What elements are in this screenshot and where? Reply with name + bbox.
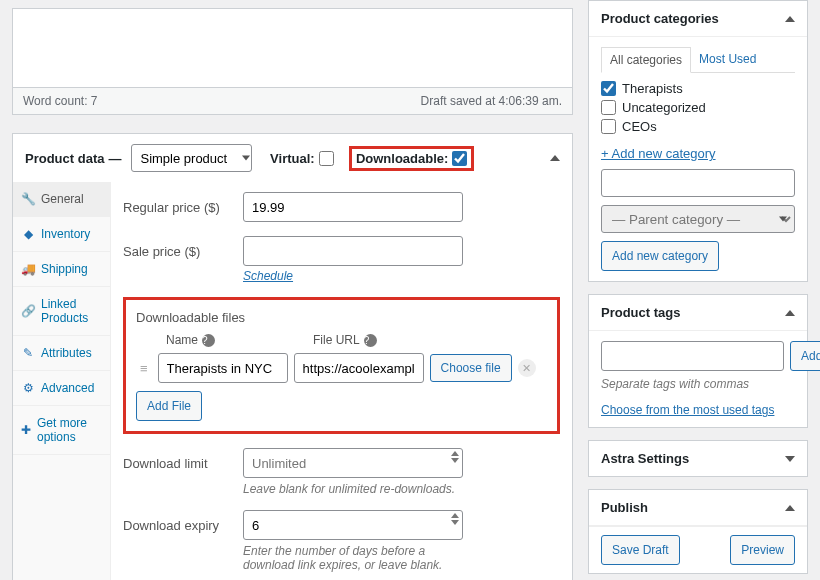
preview-button[interactable]: Preview	[730, 535, 795, 565]
downloadable-highlight: Downloadable:	[349, 146, 474, 171]
drag-handle-icon[interactable]: ≡	[136, 361, 152, 376]
astra-settings-box: Astra Settings	[588, 440, 808, 477]
download-limit-desc: Leave blank for unlimited re-downloads.	[123, 482, 463, 496]
download-expiry-input[interactable]	[243, 510, 463, 540]
downloadable-label: Downloadable:	[356, 151, 448, 166]
tab-all-categories[interactable]: All categories	[601, 47, 691, 73]
help-icon[interactable]: ?	[364, 334, 377, 347]
editor-footer: Word count: 7 Draft saved at 4:06:39 am.	[12, 88, 573, 115]
schedule-link[interactable]: Schedule	[243, 269, 293, 283]
tab-general[interactable]: 🔧 General	[13, 182, 110, 217]
product-type-select[interactable]: Simple product	[131, 144, 252, 172]
link-icon: 🔗	[21, 304, 35, 318]
choose-file-button[interactable]: Choose file	[430, 354, 512, 382]
gear-icon: ⚙	[21, 381, 35, 395]
add-new-category-link[interactable]: + Add new category	[601, 146, 716, 161]
category-list: Therapists Uncategorized CEOs	[601, 81, 795, 134]
publish-box: Publish Save Draft Preview	[588, 489, 808, 574]
product-tags-box: Product tags Add Separate tags with comm…	[588, 294, 808, 428]
categories-title: Product categories	[601, 11, 719, 26]
help-icon[interactable]: ?	[202, 334, 215, 347]
tags-separator-note: Separate tags with commas	[601, 377, 795, 391]
new-category-input[interactable]	[601, 169, 795, 197]
stepper-up-icon[interactable]	[451, 513, 459, 518]
wrench-icon: 🔧	[21, 192, 35, 206]
product-data-panel: Product data — Simple product Virtual:	[12, 133, 573, 580]
downloadable-files-section: Downloadable files Name ? File URL ? ≡ C…	[123, 297, 560, 434]
tab-inventory[interactable]: ◆ Inventory	[13, 217, 110, 252]
delete-row-icon[interactable]: ✕	[518, 359, 536, 377]
editor-content[interactable]	[12, 8, 573, 88]
diamond-icon: ◆	[21, 227, 35, 241]
product-data-header: Product data — Simple product Virtual:	[13, 134, 572, 182]
tags-title: Product tags	[601, 305, 680, 320]
plus-icon: ✚	[21, 423, 31, 437]
panel-toggle-icon[interactable]	[785, 505, 795, 511]
tab-attributes[interactable]: ✎ Attributes	[13, 336, 110, 371]
download-limit-input[interactable]	[243, 448, 463, 478]
virtual-checkbox[interactable]	[319, 151, 334, 166]
stepper-down-icon[interactable]	[451, 458, 459, 463]
product-data-dash: —	[108, 151, 121, 166]
add-file-button[interactable]: Add File	[136, 391, 202, 421]
sale-price-input[interactable]	[243, 236, 463, 266]
pencil-icon: ✎	[21, 346, 35, 360]
regular-price-label: Regular price ($)	[123, 200, 243, 215]
dlfiles-name-header: Name	[166, 333, 198, 347]
category-checkbox[interactable]	[601, 119, 616, 134]
parent-category-select[interactable]: — Parent category —	[601, 205, 795, 233]
save-draft-button[interactable]: Save Draft	[601, 535, 680, 565]
stepper-up-icon[interactable]	[451, 451, 459, 456]
product-data-title: Product data	[25, 151, 104, 166]
sale-price-label: Sale price ($)	[123, 244, 243, 259]
dlfile-name-input[interactable]	[158, 353, 288, 383]
draft-saved: Draft saved at 4:06:39 am.	[421, 94, 562, 108]
tab-advanced[interactable]: ⚙ Advanced	[13, 371, 110, 406]
truck-icon: 🚚	[21, 262, 35, 276]
dlfile-row: ≡ Choose file ✕	[136, 353, 547, 383]
tab-linked-products[interactable]: 🔗 Linked Products	[13, 287, 110, 336]
panel-toggle-icon[interactable]	[785, 456, 795, 462]
tab-get-more[interactable]: ✚ Get more options	[13, 406, 110, 455]
dlfiles-title: Downloadable files	[136, 310, 547, 325]
panel-toggle-icon[interactable]	[550, 155, 560, 161]
most-used-tags-link[interactable]: Choose from the most used tags	[601, 403, 774, 417]
tag-input[interactable]	[601, 341, 784, 371]
regular-price-input[interactable]	[243, 192, 463, 222]
dlfiles-url-header: File URL	[313, 333, 360, 347]
panel-toggle-icon[interactable]	[785, 16, 795, 22]
stepper-down-icon[interactable]	[451, 520, 459, 525]
virtual-label: Virtual:	[270, 151, 315, 166]
dlfile-url-input[interactable]	[294, 353, 424, 383]
add-new-category-button[interactable]: Add new category	[601, 241, 719, 271]
publish-title: Publish	[601, 500, 648, 515]
panel-toggle-icon[interactable]	[785, 310, 795, 316]
product-categories-box: Product categories All categories Most U…	[588, 0, 808, 282]
tab-most-used[interactable]: Most Used	[691, 47, 764, 72]
download-expiry-label: Download expiry	[123, 518, 243, 533]
category-checkbox[interactable]	[601, 100, 616, 115]
category-checkbox[interactable]	[601, 81, 616, 96]
download-expiry-desc: Enter the number of days before a downlo…	[123, 544, 463, 572]
tab-shipping[interactable]: 🚚 Shipping	[13, 252, 110, 287]
download-limit-label: Download limit	[123, 456, 243, 471]
add-tag-button[interactable]: Add	[790, 341, 820, 371]
product-data-tabs: 🔧 General ◆ Inventory 🚚 Shipping 🔗 Linke…	[13, 182, 111, 580]
downloadable-checkbox[interactable]	[452, 151, 467, 166]
word-count: Word count: 7	[23, 94, 97, 108]
astra-title: Astra Settings	[601, 451, 689, 466]
